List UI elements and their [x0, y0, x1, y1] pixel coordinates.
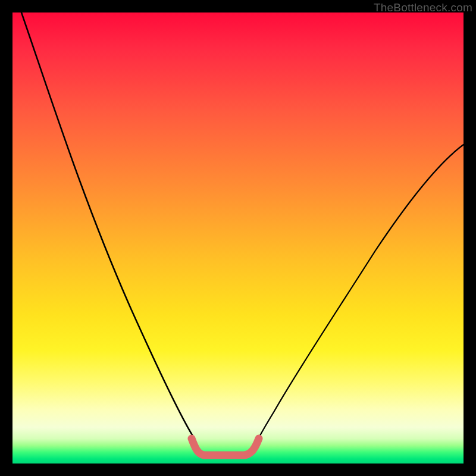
right-curve	[252, 145, 464, 453]
chart-frame: TheBottleneck.com	[0, 0, 476, 476]
plot-area	[12, 12, 464, 464]
curve-layer	[12, 12, 464, 464]
pink-marker	[192, 439, 259, 455]
left-curve	[21, 12, 199, 453]
watermark-text: TheBottleneck.com	[374, 1, 472, 14]
